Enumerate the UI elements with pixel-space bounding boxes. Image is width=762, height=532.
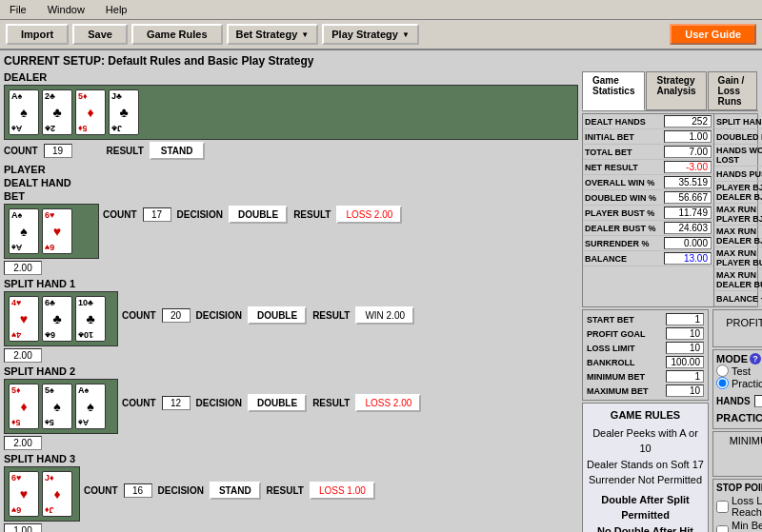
stat-surrender: SURRENDER % 0.000 [583,236,713,251]
dealt-count-label: COUNT [103,209,137,220]
dealt-result-value: LOSS 2.00 [336,206,402,224]
split-1-result-value: WIN 2.00 [355,306,414,325]
radio-practice[interactable]: Practice [716,377,762,389]
dealt-count-value: 17 [143,207,171,222]
play-strategy-arrow-icon: ▼ [402,30,410,39]
menu-window[interactable]: Window [42,2,90,17]
split-1-decision-value: DOUBLE [248,306,307,325]
split-3-card-1: 6♥ ♥ 6♥ [9,471,39,517]
bankroll-input[interactable] [666,356,704,368]
stat-overall-win: OVERALL WIN % 35.519 [583,175,713,190]
stop-min-bet[interactable]: Min Bet Wagered [716,520,762,532]
split-3-decision-label: DECISION [158,485,204,496]
play-strategy-dropdown[interactable]: Play Strategy ▼ [322,24,419,45]
split-1-count-value: 20 [162,308,190,323]
split-1-card-2: 6♣ ♣ 6♣ [42,296,72,342]
stats-right-col: SPLIT HANDS 114 DOUBLED BETS 60 HANDS WO… [714,114,762,306]
split-2-card-2: 5♠ ♠ 5♠ [42,384,72,429]
dealt-hand-section: DEALT HAND BET A♠ ♠ A♠ [4,177,578,275]
setting-start-bet: START BET [585,312,706,326]
radio-test[interactable]: Test [716,365,762,377]
menu-file[interactable]: File [4,2,32,17]
split-3-label: SPLIT HAND 3 [4,453,80,464]
dealer-card-area: A♠ ♠ A♠ 2♣ ♣ 2♣ 5♦ ♦ 5♦ J♣ [4,85,578,140]
max-bet-input[interactable] [666,384,704,397]
split-2-decision-label: DECISION [196,398,242,408]
split-3-card-area: 6♥ ♥ 6♥ J♦ ♦ J♦ [4,466,80,522]
settings-panel: START BET PROFIT GOAL LOSS LIMIT BA [582,309,709,401]
min-bet-input[interactable] [666,370,704,383]
stop-min-bet-check[interactable] [716,525,729,533]
split-3-bet-input[interactable] [4,523,42,532]
split-2-card-3: A♠ ♠ A♠ [75,384,106,429]
dealer-card-1: A♠ ♠ A♠ [9,89,39,135]
stat-max-run-player-bust: MAX RUN PLAYER BUST 3 [714,247,762,269]
stop-loss-limit[interactable]: Loss Limit Reached [716,495,762,518]
dealer-count-label: COUNT [4,146,38,156]
menu-help[interactable]: Help [100,2,133,17]
dealer-label: DEALER [4,71,578,83]
setting-bankroll: BANKROLL [585,355,706,369]
import-button[interactable]: Import [6,24,69,45]
dealt-hand-bet-input[interactable] [4,261,42,275]
radio-test-input[interactable] [716,365,729,377]
settings-and-rules: START BET PROFIT GOAL LOSS LIMIT BA [582,309,709,532]
split-2-result-label: RESULT [312,398,350,408]
save-button[interactable]: Save [72,24,128,45]
loss-limit-input[interactable] [666,342,704,354]
stat-total-bet: TOTAL BET 7.00 [583,145,713,160]
profit-goal-input[interactable] [666,327,704,340]
left-panel: DEALER A♠ ♠ A♠ 2♣ ♣ 2♣ 5♦ ♦ [4,71,578,532]
stop-points-panel: STOP POINTS : Loss Limit Reached Goal Re… [712,479,762,532]
stat-balance: BALANCE 13.00 [583,251,713,266]
right-controls-col: PROFIT GOAL OR LOSS LIMIT REACHED MODE ? [712,309,762,532]
stat-doubled-bets: DOUBLED BETS 60 [714,129,762,145]
split-2-label: SPLIT HAND 2 [4,365,118,377]
dealer-result-label: RESULT [107,146,144,156]
dealer-card-2: 2♣ ♣ 2♣ [42,89,72,135]
game-rules-panel: GAME RULES Dealer Peeks with A or 10 Dea… [582,403,709,532]
stat-dealer-bust: DEALER BUST % 24.603 [583,221,713,236]
tab-gain-loss-runs[interactable]: Gain / Loss Runs [708,71,757,110]
right-panel: Game Statistics Strategy Analysis Gain /… [582,71,758,532]
split-3-count-label: COUNT [84,485,118,496]
dealer-count-row: COUNT 19 RESULT STAND [4,142,578,160]
split-hand-1-section: SPLIT HAND 1 4♥ ♥ 4♥ 6♣ ♣ [4,278,578,363]
user-guide-button[interactable]: User Guide [670,24,756,45]
split-1-bet-input[interactable] [4,348,42,363]
split-2-count-label: COUNT [122,398,156,408]
radio-practice-input[interactable] [716,377,729,389]
split-2-decision-value: DOUBLE [248,394,307,412]
stat-dealt-hands: DEALT HANDS 252 [583,114,713,129]
split-1-decision-label: DECISION [196,310,242,321]
tab-strategy-analysis[interactable]: Strategy Analysis [646,71,706,110]
bet-strategy-arrow-icon: ▼ [301,30,309,39]
dealer-result-value: STAND [150,142,205,160]
setting-loss-limit: LOSS LIMIT [585,341,706,355]
split-2-card-1: 5♦ ♦ 5♦ [9,384,39,429]
stats-left-col: DEALT HANDS 252 INITIAL BET 1.00 TOTAL B… [583,114,714,306]
menu-bar: File Window Help [0,0,762,20]
stop-loss-limit-check[interactable] [716,501,729,513]
split-2-bet-input[interactable] [4,436,42,450]
split-hand-2-section: SPLIT HAND 2 5♦ ♦ 5♦ 5♠ ♠ [4,365,578,450]
dealt-hand-label: DEALT HAND [4,177,99,188]
start-bet-input[interactable] [666,313,704,325]
dealt-decision-label: DECISION [177,209,223,220]
split-3-result-label: RESULT [267,485,304,496]
stats-table: DEALT HANDS 252 INITIAL BET 1.00 TOTAL B… [582,113,758,307]
hands-input[interactable] [754,395,762,407]
mode-help-icon[interactable]: ? [750,353,761,365]
stat-player-bust: PLAYER BUST % 11.749 [583,206,713,221]
setting-max-bet: MAXIMUM BET [585,384,706,398]
split-3-card-2: J♦ ♦ J♦ [42,471,72,517]
profit-goal-reached-box: PROFIT GOAL OR LOSS LIMIT REACHED [712,309,762,347]
split-1-card-1: 4♥ ♥ 4♥ [9,296,39,342]
bet-strategy-dropdown[interactable]: Bet Strategy ▼ [227,24,319,45]
stat-split-hands: SPLIT HANDS 114 [714,114,762,129]
stats-tabs: Game Statistics Strategy Analysis Gain /… [582,71,758,111]
split-1-label: SPLIT HAND 1 [4,278,118,289]
game-rules-button[interactable]: Game Rules [131,24,223,45]
stat-max-run-dealer-bj: MAX RUN DEALER BJ 1 [714,226,762,247]
tab-game-statistics[interactable]: Game Statistics [582,71,645,110]
